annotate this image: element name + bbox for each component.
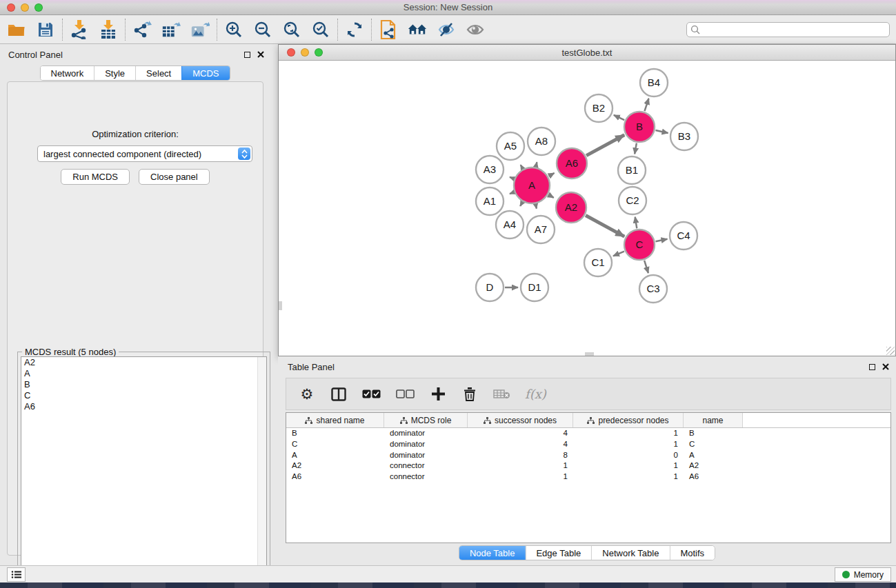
table-cell[interactable]: connector <box>384 472 468 483</box>
network-canvas[interactable]: B4B2BB3A8A5A6A3B1AC2A1A2A4A7C4CC1C3DD1 <box>279 61 895 356</box>
table-cell[interactable]: 4 <box>468 428 573 439</box>
edge-A-A8[interactable] <box>536 162 537 166</box>
edge-B-B1[interactable] <box>635 143 637 154</box>
table-cell[interactable]: 1 <box>573 428 684 439</box>
tab-motifs[interactable]: Motifs <box>669 546 715 560</box>
graph-node-C[interactable]: C <box>624 230 655 260</box>
tab-style[interactable]: Style <box>94 66 135 80</box>
table-cell[interactable]: A2 <box>684 460 743 472</box>
graph-node-A4[interactable]: A4 <box>496 211 524 239</box>
graph-node-B[interactable]: B <box>624 112 655 142</box>
zoom-out-icon[interactable] <box>253 20 272 39</box>
edge-A-A4[interactable] <box>520 202 522 206</box>
delete-column-icon[interactable] <box>461 384 478 405</box>
tab-edge-table[interactable]: Edge Table <box>525 546 591 560</box>
graph-node-A7[interactable]: A7 <box>527 216 555 243</box>
graph-node-C1[interactable]: C1 <box>584 249 612 276</box>
table-cell[interactable]: 0 <box>573 450 684 461</box>
column-header-mcds-role[interactable]: MCDS role <box>384 413 468 427</box>
graph-node-D[interactable]: D <box>476 274 504 301</box>
edge-A6-B[interactable] <box>586 135 624 156</box>
table-cell[interactable]: dominator <box>384 428 468 439</box>
table-cell[interactable]: C <box>286 439 384 450</box>
float-table-panel-icon[interactable] <box>869 364 875 370</box>
table-row[interactable]: Adominator80A <box>286 450 890 461</box>
canvas-hscroll-thumb[interactable] <box>585 352 594 356</box>
edge-B-B4[interactable] <box>644 99 648 111</box>
graph-node-B1[interactable]: B1 <box>618 156 646 184</box>
open-session-icon[interactable] <box>7 20 26 39</box>
edge-A-A5[interactable] <box>521 165 523 168</box>
table-row[interactable]: Bdominator41B <box>286 428 890 439</box>
unselect-all-columns-icon[interactable] <box>396 384 415 405</box>
close-panel-icon[interactable] <box>257 51 264 58</box>
graph-node-C3[interactable]: C3 <box>639 275 667 303</box>
column-header-predecessor-nodes[interactable]: predecessor nodes <box>573 413 684 427</box>
column-header-shared-name[interactable]: shared name <box>286 413 384 427</box>
memory-button[interactable]: Memory <box>835 567 891 582</box>
window-resize-grip[interactable] <box>886 347 895 355</box>
graph-node-C4[interactable]: C4 <box>670 222 697 250</box>
refresh-icon[interactable] <box>345 20 364 39</box>
import-network-icon[interactable] <box>70 20 89 39</box>
table-cell[interactable]: A2 <box>286 460 384 472</box>
tab-select[interactable]: Select <box>135 66 181 80</box>
table-cell[interactable]: connector <box>384 460 468 472</box>
graph-node-B3[interactable]: B3 <box>670 123 698 150</box>
import-table-icon[interactable] <box>99 20 118 39</box>
table-cell[interactable]: 1 <box>468 472 573 483</box>
table-cell[interactable]: dominator <box>384 450 468 461</box>
tab-node-table[interactable]: Node Table <box>459 546 526 560</box>
graph-node-A6[interactable]: A6 <box>557 148 587 179</box>
hide-graphics-details-icon[interactable] <box>437 20 456 39</box>
network-window-titlebar[interactable]: testGlobe.txt <box>279 45 895 61</box>
network-from-document-icon[interactable] <box>379 20 398 39</box>
table-cell[interactable]: dominator <box>384 439 468 450</box>
table-settings-icon[interactable]: ⚙ <box>299 384 315 405</box>
edge-A2-C[interactable] <box>586 215 624 236</box>
create-column-icon[interactable] <box>430 384 446 405</box>
save-session-icon[interactable] <box>36 20 55 39</box>
table-cell[interactable]: A <box>684 450 743 461</box>
zoom-in-icon[interactable] <box>224 20 243 39</box>
edge-B-B3[interactable] <box>655 130 668 133</box>
run-mcds-button[interactable]: Run MCDS <box>61 169 130 185</box>
node-table[interactable]: shared nameMCDS rolesuccessor nodesprede… <box>286 412 891 543</box>
graph-node-D1[interactable]: D1 <box>521 274 548 301</box>
zoom-fit-icon[interactable] <box>282 20 301 39</box>
split-panel-icon[interactable] <box>330 384 347 405</box>
edge-A-A1[interactable] <box>510 192 514 194</box>
table-cell[interactable]: C <box>684 439 743 450</box>
table-cell[interactable]: 1 <box>573 439 684 450</box>
tab-network[interactable]: Network <box>40 66 94 80</box>
table-cell[interactable]: B <box>684 428 743 439</box>
result-scrollbar[interactable] <box>257 357 266 585</box>
edge-C-C2[interactable] <box>635 217 637 229</box>
table-row[interactable]: A2connector11A2 <box>286 460 890 472</box>
criterion-select[interactable]: largest connected component (directed) <box>37 145 252 162</box>
task-history-button[interactable] <box>7 567 26 582</box>
edge-B-B2[interactable] <box>614 115 624 120</box>
canvas-vscroll-thumb[interactable] <box>279 301 282 310</box>
table-row[interactable]: Cdominator41C <box>286 439 890 450</box>
graph-node-A[interactable]: A <box>514 168 550 203</box>
edge-A-A7[interactable] <box>536 204 537 208</box>
export-network-icon[interactable] <box>132 20 152 39</box>
function-builder-icon[interactable]: f(x) <box>525 384 546 405</box>
graph-node-A3[interactable]: A3 <box>476 156 504 183</box>
table-cell[interactable]: 1 <box>573 472 684 483</box>
table-cell[interactable]: 1 <box>468 460 573 472</box>
network-graph[interactable]: B4B2BB3A8A5A6A3B1AC2A1A2A4A7C4CC1C3DD1 <box>279 61 895 356</box>
tab-network-table[interactable]: Network Table <box>591 546 669 560</box>
table-cell[interactable]: A <box>286 450 384 461</box>
show-graphics-details-icon[interactable] <box>466 20 485 39</box>
search-input[interactable] <box>686 22 890 37</box>
export-table-icon[interactable] <box>161 20 181 39</box>
edge-A-A2[interactable] <box>548 195 553 198</box>
close-table-panel-icon[interactable] <box>882 363 889 370</box>
table-cell[interactable]: A6 <box>286 472 384 483</box>
zoom-selected-icon[interactable] <box>311 20 330 39</box>
column-header-successor-nodes[interactable]: successor nodes <box>468 413 573 427</box>
tab-mcds[interactable]: MCDS <box>181 66 229 80</box>
edge-C-C1[interactable] <box>613 252 624 256</box>
